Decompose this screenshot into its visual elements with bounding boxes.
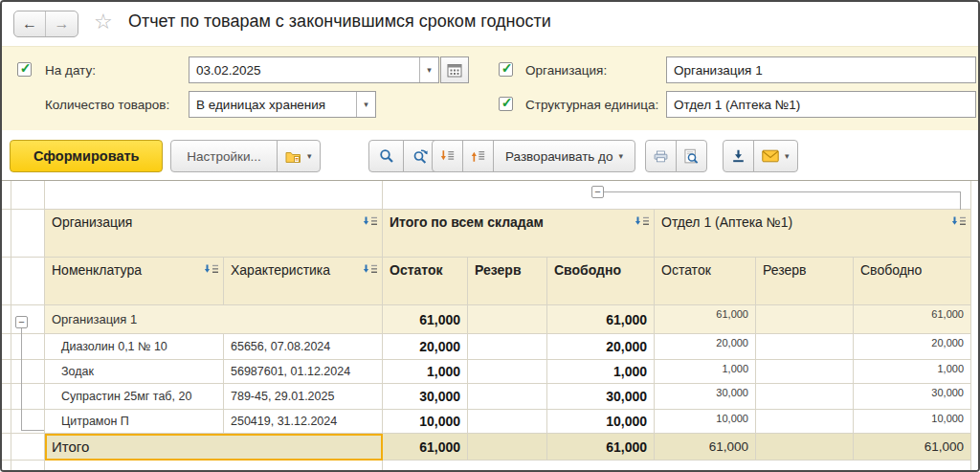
- header-total-reserve[interactable]: Резерв: [468, 258, 547, 305]
- value-cell[interactable]: 1,000: [383, 360, 468, 384]
- value-cell[interactable]: 61,000: [383, 305, 468, 334]
- value-cell[interactable]: 1,000: [655, 360, 756, 384]
- value-cell[interactable]: 61,000: [655, 434, 756, 461]
- report-variants-button[interactable]: ▾: [277, 140, 321, 172]
- collapse-all-button[interactable]: [432, 140, 463, 172]
- header-organization[interactable]: Организация: [45, 210, 383, 258]
- sort-icon[interactable]: [951, 216, 967, 227]
- forward-button[interactable]: →: [46, 11, 78, 36]
- quantity-select[interactable]: [189, 92, 375, 117]
- date-dropdown-button[interactable]: ▾: [419, 57, 438, 82]
- value-cell[interactable]: 30,000: [383, 384, 468, 410]
- mail-icon: [762, 149, 779, 163]
- favorite-star-icon[interactable]: ☆: [94, 10, 113, 34]
- sort-icon[interactable]: [363, 216, 378, 227]
- header-characteristic[interactable]: Характеристика: [224, 258, 383, 305]
- quantity-dropdown-button[interactable]: ▾: [356, 92, 375, 117]
- value-cell[interactable]: [468, 434, 547, 461]
- item-name[interactable]: Цитрамон П: [45, 410, 224, 434]
- sort-icon[interactable]: [204, 264, 219, 275]
- value-cell[interactable]: 20,000: [383, 334, 468, 360]
- value-cell[interactable]: 20,000: [547, 334, 655, 360]
- print-button[interactable]: [645, 140, 677, 172]
- back-button[interactable]: ←: [14, 11, 46, 36]
- value-cell[interactable]: 10,000: [854, 410, 971, 434]
- item-name[interactable]: Диазолин 0,1 № 10: [45, 334, 224, 360]
- item-name[interactable]: Супрастин 25мг таб, 20: [45, 384, 224, 410]
- header-dept-group[interactable]: Отдел 1 (Аптека №1): [655, 210, 971, 258]
- value-cell[interactable]: [756, 410, 854, 434]
- header-total-free[interactable]: Свободно: [547, 258, 655, 305]
- header-dept-free[interactable]: Свободно: [854, 258, 971, 305]
- sort-icon[interactable]: [635, 216, 650, 227]
- unit-input[interactable]: [667, 92, 975, 117]
- value-cell[interactable]: [756, 305, 854, 334]
- forward-icon: →: [55, 15, 70, 33]
- collapse-groups-icon: [440, 148, 455, 164]
- header-dept-balance[interactable]: Остаток: [655, 258, 756, 305]
- value-cell[interactable]: 61,000: [547, 305, 655, 334]
- value-cell[interactable]: 61,000: [655, 305, 756, 334]
- value-cell[interactable]: [468, 410, 547, 434]
- nav-buttons: ← →: [13, 11, 78, 37]
- print-preview-button[interactable]: [676, 140, 707, 172]
- save-button[interactable]: [723, 140, 754, 172]
- organization-input[interactable]: [667, 57, 975, 82]
- value-cell[interactable]: 20,000: [655, 334, 756, 360]
- header-total-group[interactable]: Итого по всем складам: [383, 210, 655, 258]
- settings-button[interactable]: Настройки...: [170, 140, 278, 172]
- collapse-columns-button[interactable]: −: [591, 186, 604, 198]
- header-total-balance[interactable]: Остаток: [383, 258, 468, 305]
- value-cell[interactable]: [468, 384, 547, 410]
- unit-label: Структурная единица:: [525, 98, 658, 112]
- page-title: Отчет по товарам с закончившимся сроком …: [128, 11, 551, 32]
- value-cell[interactable]: [468, 305, 547, 334]
- value-cell[interactable]: 61,000: [854, 434, 971, 461]
- value-cell[interactable]: 30,000: [655, 384, 756, 410]
- value-cell[interactable]: 61,000: [854, 305, 971, 334]
- on-date-checkbox[interactable]: ✓: [17, 62, 32, 77]
- value-cell[interactable]: 10,000: [655, 410, 756, 434]
- value-cell[interactable]: 10,000: [383, 410, 468, 434]
- total-row-label[interactable]: Итого: [45, 434, 383, 461]
- value-cell[interactable]: [756, 384, 854, 410]
- expand-all-button[interactable]: [462, 140, 494, 172]
- organization-checkbox[interactable]: ✓: [499, 62, 513, 77]
- value-cell[interactable]: 1,000: [547, 360, 655, 384]
- send-mail-button[interactable]: ▾: [753, 140, 798, 172]
- date-input[interactable]: [189, 57, 438, 82]
- header-dept-reserve[interactable]: Резерв: [756, 258, 854, 305]
- value-cell[interactable]: [756, 334, 854, 360]
- sort-icon[interactable]: [363, 264, 378, 275]
- item-characteristic[interactable]: 250419, 31.12.2024: [224, 410, 383, 434]
- value-cell[interactable]: 30,000: [854, 384, 971, 410]
- expand-to-button[interactable]: Разворачивать до ▾: [493, 140, 635, 172]
- value-cell[interactable]: 1,000: [854, 360, 971, 384]
- quantity-label: Количество товаров:: [45, 98, 169, 112]
- unit-checkbox[interactable]: ✓: [499, 97, 513, 111]
- item-name[interactable]: Зодак: [45, 360, 224, 384]
- value-cell[interactable]: 61,000: [547, 434, 655, 461]
- value-cell[interactable]: [468, 360, 547, 384]
- generate-button[interactable]: Сформировать: [10, 140, 163, 172]
- margin-cell: [2, 410, 11, 434]
- group-row-name[interactable]: Организация 1: [45, 305, 383, 334]
- value-cell[interactable]: [756, 434, 854, 461]
- item-characteristic[interactable]: 65656, 07.08.2024: [224, 334, 383, 360]
- value-cell[interactable]: 20,000: [854, 334, 971, 360]
- item-characteristic[interactable]: 789-45, 29.01.2025: [224, 384, 383, 410]
- value-cell[interactable]: 30,000: [547, 384, 655, 410]
- calendar-button[interactable]: [440, 56, 469, 83]
- value-cell[interactable]: 61,000: [383, 434, 468, 461]
- spacer-cell: [383, 181, 971, 210]
- value-cell[interactable]: [756, 360, 854, 384]
- value-cell[interactable]: 10,000: [547, 410, 655, 434]
- find-button[interactable]: [368, 140, 404, 172]
- back-icon: ←: [22, 15, 37, 33]
- collapse-group-button[interactable]: −: [15, 316, 28, 328]
- value-cell[interactable]: [468, 334, 547, 360]
- item-characteristic[interactable]: 56987601, 01.12.2024: [224, 360, 383, 384]
- on-date-label: На дату:: [45, 63, 96, 78]
- header-nomenclature[interactable]: Номенклатура: [45, 258, 224, 305]
- tree-margin-cell: [11, 334, 45, 360]
